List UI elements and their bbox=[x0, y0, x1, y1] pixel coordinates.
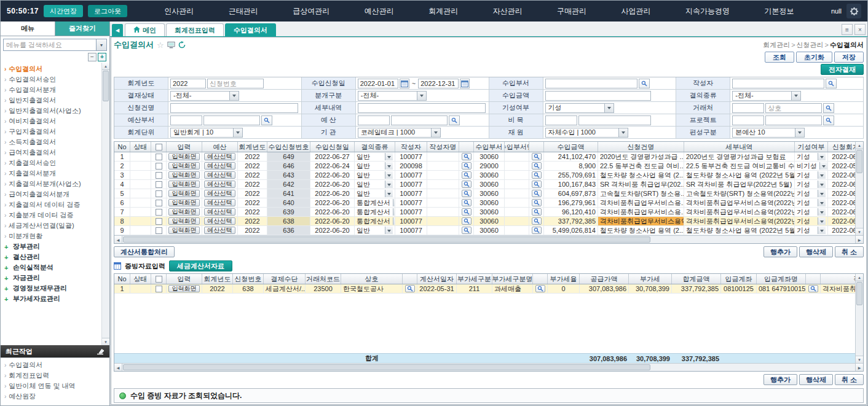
form-input[interactable] bbox=[170, 115, 202, 125]
form-input[interactable] bbox=[765, 115, 822, 125]
search-button[interactable] bbox=[532, 190, 542, 197]
table-row[interactable]: 8입력화면예산선택20226382022-06-20통합계산서100077300… bbox=[114, 217, 855, 226]
cell-select[interactable]: 일반 bbox=[357, 162, 393, 170]
budget-cell-button[interactable]: 예산선택 bbox=[204, 199, 235, 206]
scroll-right-arrow[interactable]: ▶ bbox=[855, 236, 863, 243]
table-row[interactable]: 7입력화면예산선택20226392022-06-20통합계산서100077300… bbox=[114, 208, 855, 217]
grid1-vertical-scrollbar[interactable]: ▲ ▼ bbox=[855, 142, 863, 235]
grid1-horizontal-scrollbar[interactable]: ◀ ▶ bbox=[114, 235, 863, 243]
input-cell-button[interactable]: 입력화면 bbox=[168, 153, 200, 160]
search-button[interactable] bbox=[808, 285, 818, 292]
sidebar-scrollbar[interactable]: ▲ ▼ bbox=[101, 63, 109, 345]
scrollbar-track[interactable] bbox=[122, 236, 855, 243]
sidebar-item[interactable]: ›일반지출결의서(사업소) bbox=[4, 106, 100, 116]
extend-time-button[interactable]: 시간연장 bbox=[44, 5, 83, 17]
search-button[interactable] bbox=[462, 171, 471, 179]
scroll-right-arrow[interactable]: ▶ bbox=[855, 364, 863, 371]
tab-item[interactable]: 회계전표입력 bbox=[166, 23, 224, 36]
search-button[interactable] bbox=[462, 227, 471, 234]
table-row[interactable]: 6입력화면예산선택20226402022-06-20통합계산서100077300… bbox=[114, 198, 855, 208]
refresh-icon[interactable] bbox=[178, 41, 186, 49]
form-input[interactable] bbox=[170, 79, 206, 88]
select-all-checkbox[interactable] bbox=[156, 144, 162, 150]
search-button[interactable] bbox=[462, 190, 471, 197]
cell-select[interactable]: 통합계산서 bbox=[357, 198, 393, 207]
invoice-merge-button[interactable]: 계산서통합처리 bbox=[114, 246, 175, 257]
budget-cell-button[interactable]: 예산선택 bbox=[204, 217, 235, 225]
search-button[interactable] bbox=[826, 79, 837, 88]
search-button[interactable] bbox=[462, 181, 471, 188]
scroll-down-arrow[interactable]: ▼ bbox=[856, 228, 863, 235]
sidebar-group[interactable]: +장부관리 bbox=[4, 241, 100, 252]
table-row[interactable]: 1입력화면2022638세금계산서/...23500한국철도공사2022-05-… bbox=[114, 284, 855, 294]
logout-button[interactable]: 로그아웃 bbox=[88, 5, 127, 17]
scrollbar-thumb[interactable] bbox=[123, 364, 650, 370]
grid2-horizontal-scrollbar[interactable]: ◀ ▶ bbox=[114, 363, 863, 371]
form-input[interactable] bbox=[578, 115, 651, 125]
cell-select[interactable]: 기성 bbox=[797, 189, 826, 198]
row-checkbox[interactable] bbox=[156, 163, 162, 170]
form-input[interactable] bbox=[732, 79, 824, 88]
tab-close-button[interactable]: × bbox=[854, 24, 866, 35]
search-button[interactable] bbox=[823, 115, 834, 125]
save-button[interactable]: 저장 bbox=[834, 52, 864, 63]
grid1-cancel-button[interactable]: 취 소 bbox=[835, 246, 864, 257]
screen-icon[interactable] bbox=[167, 41, 175, 49]
sidebar-item[interactable]: ›급여지출결의서 bbox=[4, 147, 100, 158]
row-checkbox[interactable] bbox=[156, 286, 162, 292]
topbar-menu-item[interactable]: 근태관리 bbox=[224, 6, 263, 17]
form-input[interactable] bbox=[545, 79, 637, 88]
form-input[interactable] bbox=[765, 103, 822, 113]
search-button[interactable] bbox=[823, 103, 834, 113]
search-button[interactable] bbox=[532, 199, 542, 206]
row-checkbox[interactable] bbox=[156, 227, 162, 234]
budget-cell-button[interactable]: 예산선택 bbox=[204, 227, 235, 234]
search-button[interactable] bbox=[462, 199, 471, 206]
scrollbar-thumb[interactable] bbox=[856, 150, 862, 173]
search-button[interactable] bbox=[639, 79, 650, 88]
grid2-vertical-scrollbar[interactable]: ▲ ▼ bbox=[855, 274, 863, 363]
search-button[interactable] bbox=[405, 285, 415, 292]
cell-select[interactable]: 일반 bbox=[357, 171, 393, 179]
sidebar-item[interactable]: ›수입결의서승인 bbox=[4, 74, 100, 85]
cell-select[interactable]: 기성 bbox=[797, 217, 826, 225]
sidebar-item[interactable]: ›지출결의서승인 bbox=[4, 158, 100, 168]
scroll-down-arrow[interactable]: ▼ bbox=[102, 338, 109, 345]
cell-select[interactable]: 일반 bbox=[357, 189, 393, 198]
tab-scroll-left-button[interactable]: ◀ bbox=[112, 24, 123, 36]
table-row[interactable]: 2입력화면예산선택20226462022-06-24일반200098290008… bbox=[114, 162, 855, 171]
sidebar-item[interactable]: ›세금계산서연결(일괄) bbox=[4, 221, 100, 231]
cell-select[interactable]: 통합계산서 bbox=[357, 208, 393, 216]
grid2-cancel-button[interactable]: 취 소 bbox=[835, 374, 864, 385]
cell-select[interactable]: 일반 bbox=[357, 226, 393, 235]
search-button[interactable] bbox=[532, 181, 542, 188]
budget-cell-button[interactable]: 예산선택 bbox=[204, 190, 235, 197]
topbar-menu-item[interactable]: 회계관리 bbox=[424, 6, 463, 17]
sidebar-group[interactable]: +부가세자료관리 bbox=[4, 294, 100, 304]
tab-list-button[interactable]: ≡ bbox=[842, 24, 853, 35]
date-input[interactable] bbox=[418, 79, 459, 88]
tab-item[interactable]: 메인 bbox=[125, 23, 165, 36]
topbar-menu-item[interactable]: 예산관리 bbox=[360, 6, 399, 17]
row-checkbox[interactable] bbox=[156, 209, 162, 216]
search-button[interactable] bbox=[532, 153, 542, 160]
sidebar-item[interactable]: ›소득지출결의서 bbox=[4, 137, 100, 147]
sidebar-item[interactable]: ›지출결의서 데이터 검증 bbox=[4, 200, 100, 210]
search-button[interactable] bbox=[462, 217, 471, 225]
sidebar-item[interactable]: ›지출결의서분개(사업소) bbox=[4, 179, 100, 189]
form-input[interactable] bbox=[732, 115, 764, 125]
sidebar-group[interactable]: +자금관리 bbox=[4, 273, 100, 283]
date-input[interactable] bbox=[358, 79, 398, 88]
scroll-up-arrow[interactable]: ▲ bbox=[856, 274, 863, 281]
search-button[interactable] bbox=[532, 227, 542, 234]
sidebar-item[interactable]: ›여비지출결의서 bbox=[4, 116, 100, 127]
row-checkbox[interactable] bbox=[156, 181, 162, 188]
form-input[interactable] bbox=[358, 103, 486, 113]
scroll-left-arrow[interactable]: ◀ bbox=[114, 236, 122, 243]
cell-select[interactable]: 비기성 bbox=[797, 162, 826, 170]
recent-item[interactable]: ›일반이체 연동 및 내역 bbox=[4, 381, 106, 391]
search-button[interactable] bbox=[532, 217, 542, 225]
sidebar-item[interactable]: ›수입결의서 bbox=[4, 64, 100, 74]
recent-item[interactable]: ›회계전표입력 bbox=[4, 370, 106, 381]
expand-all-button[interactable]: + bbox=[98, 53, 106, 61]
